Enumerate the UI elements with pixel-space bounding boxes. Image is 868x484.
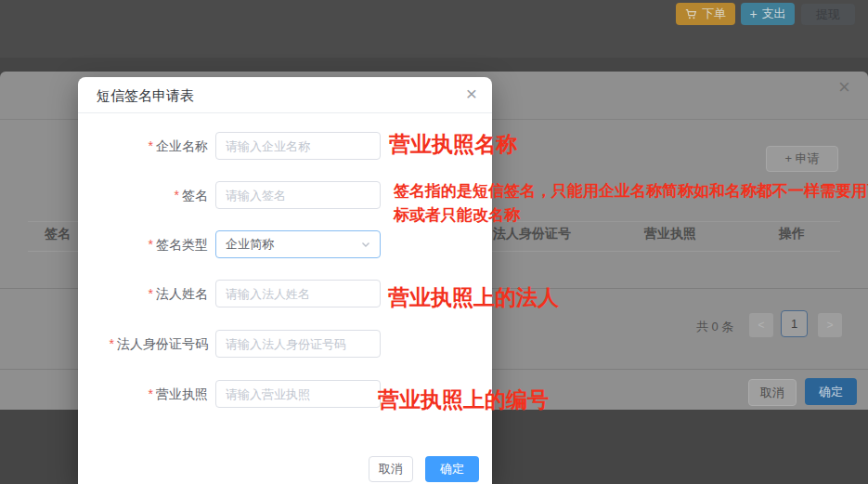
expense-label: 支出 [762, 6, 786, 22]
plus-icon: + [784, 151, 792, 165]
confirm-button[interactable]: 确定 [425, 456, 479, 482]
annotation-signature-note-line2: 标或者只能改名称 [394, 203, 868, 228]
business-license-label: *营业执照 [78, 380, 208, 408]
withdraw-button[interactable]: 提现 [801, 4, 855, 25]
required-asterisk: * [149, 237, 153, 252]
field-label-text: 营业执照 [156, 386, 208, 401]
modal-header: 短信签名申请表 × [78, 77, 492, 113]
close-icon[interactable]: × [838, 77, 850, 98]
page-header-band: 下单 + 支出 提现 [0, 0, 868, 58]
apply-label: 申请 [796, 151, 820, 165]
annotation-license-number: 营业执照上的编号 [378, 386, 549, 414]
field-label-text: 法人身份证号码 [117, 336, 208, 351]
chevron-right-icon: > [826, 319, 833, 332]
list-dialog-cancel-button[interactable]: 取消 [748, 379, 797, 406]
legal-id-label: *法人身份证号码 [78, 330, 208, 358]
list-dialog-confirm-button[interactable]: 确定 [805, 378, 857, 405]
field-label-text: 签名类型 [156, 237, 208, 252]
place-order-label: 下单 [702, 6, 726, 22]
pagination-prev-button[interactable]: < [749, 313, 773, 337]
form-field-legal-id: *法人身份证号码 [78, 330, 492, 358]
required-asterisk: * [149, 138, 153, 153]
pagination-next-button[interactable]: > [818, 313, 842, 337]
signature-input[interactable] [215, 181, 381, 209]
required-asterisk: * [149, 386, 153, 401]
screen: 下单 + 支出 提现 × + 申请 签名 法人身份证号 营业执照 操作 共 0 … [0, 0, 868, 484]
company-name-label: *企业名称 [78, 132, 208, 160]
form-field-signature-type: *签名类型 企业简称 [78, 230, 492, 258]
column-header-signature: 签名 [45, 226, 71, 242]
legal-name-label: *法人姓名 [78, 280, 208, 307]
pagination-total: 共 0 条 [696, 319, 733, 335]
chevron-left-icon: < [758, 319, 764, 332]
company-name-input[interactable] [215, 132, 381, 160]
close-icon[interactable]: × [466, 84, 477, 103]
signature-type-label: *签名类型 [78, 230, 208, 258]
legal-name-input[interactable] [215, 280, 381, 307]
expense-button[interactable]: + 支出 [741, 3, 795, 25]
place-order-button[interactable]: 下单 [676, 3, 735, 25]
required-asterisk: * [149, 286, 153, 301]
business-license-input[interactable] [215, 380, 381, 408]
cart-icon [685, 8, 697, 20]
pagination-page-1[interactable]: 1 [781, 310, 808, 337]
annotation-signature-note-line1: 签名指的是短信签名，只能用企业名称简称如和名称都不一样需要用商 [394, 179, 868, 203]
plus-icon: + [749, 7, 757, 20]
annotation-legal-person: 营业执照上的法人 [388, 283, 559, 312]
required-asterisk: * [110, 336, 114, 351]
field-label-text: 签名 [182, 188, 208, 203]
signature-label: *签名 [78, 181, 208, 209]
column-header-license: 营业执照 [644, 226, 696, 242]
legal-id-input[interactable] [215, 330, 381, 358]
cancel-button[interactable]: 取消 [369, 456, 413, 482]
column-header-actions: 操作 [779, 226, 805, 242]
signature-type-select[interactable]: 企业简称 [215, 230, 381, 258]
annotation-company-name: 营业执照名称 [389, 130, 517, 159]
required-asterisk: * [175, 188, 179, 203]
field-label-text: 企业名称 [156, 138, 208, 153]
apply-button[interactable]: + 申请 [766, 146, 838, 172]
chevron-down-icon [360, 239, 371, 250]
selected-option: 企业简称 [226, 236, 274, 253]
field-label-text: 法人姓名 [156, 286, 208, 301]
modal-title: 短信签名申请表 [97, 77, 194, 113]
annotation-signature-note: 签名指的是短信签名，只能用企业名称简称如和名称都不一样需要用商 标或者只能改名称 [394, 179, 868, 228]
column-header-legal-id: 法人身份证号 [493, 226, 571, 242]
withdraw-label: 提现 [816, 7, 840, 23]
